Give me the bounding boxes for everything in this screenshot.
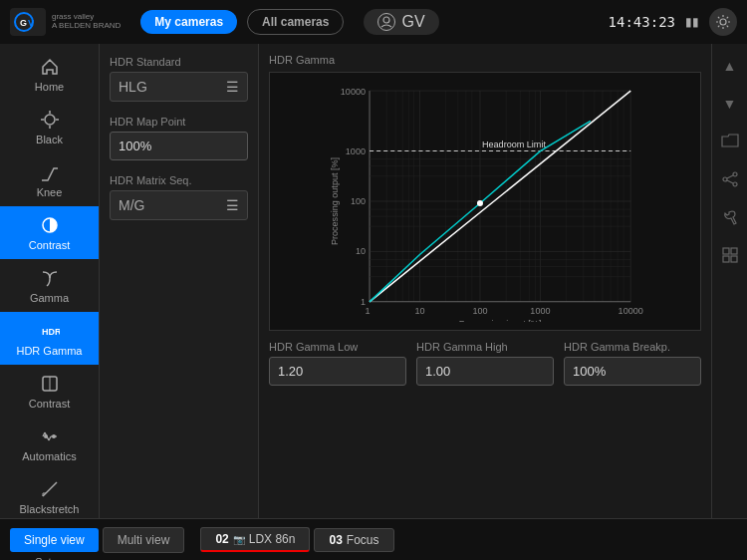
chart-title: HDR Gamma: [269, 54, 701, 66]
svg-text:10000: 10000: [341, 87, 366, 97]
hdr-gamma-low-value[interactable]: 1.20: [269, 357, 406, 386]
sidebar-label-blackstretch: Blackstretch: [20, 503, 80, 515]
svg-point-4: [720, 19, 726, 25]
brightness-icon: [39, 109, 61, 131]
camera-num-03: 03: [329, 533, 342, 547]
hdr-map-point-label: HDR Map Point: [110, 116, 248, 128]
user-icon: [377, 13, 395, 31]
sidebar-item-automatics[interactable]: Automatics: [0, 418, 99, 470]
right-panel: HDR Gamma: [259, 44, 711, 518]
all-cameras-tab[interactable]: All cameras: [247, 9, 344, 35]
home-icon: [39, 56, 61, 78]
sidebar-label-gamma: Gamma: [30, 292, 69, 304]
chart-section: HDR Gamma: [269, 54, 701, 331]
sidebar-label-home: Home: [35, 81, 64, 93]
hdr-gamma-low-field: HDR Gamma Low 1.20: [269, 341, 406, 386]
camera-tab-02[interactable]: 02 📷 LDX 86n: [200, 527, 310, 552]
arrow-up-icon[interactable]: ▲: [718, 54, 742, 78]
topbar-right: 14:43:23 ▮▮: [609, 8, 737, 36]
svg-point-88: [733, 182, 737, 186]
wrench-icon[interactable]: [718, 205, 742, 229]
sidebar-label-contrast: Contrast: [29, 239, 71, 251]
svg-text:1000: 1000: [346, 146, 366, 156]
svg-rect-94: [723, 256, 729, 262]
select-icon: ☰: [226, 79, 239, 95]
hdr-standard-select[interactable]: HLG ☰: [110, 72, 248, 102]
svg-text:10: 10: [414, 306, 424, 316]
arrow-down-icon[interactable]: ▼: [718, 92, 742, 116]
topbar: G V grass valley A BELDEN BRAND My camer…: [0, 0, 747, 44]
hdr-matrix-seq-field: HDR Matrix Seq. M/G ☰: [110, 174, 248, 220]
user-label: GV: [401, 13, 424, 31]
svg-point-3: [383, 17, 389, 23]
svg-point-74: [477, 200, 483, 206]
svg-text:10: 10: [356, 246, 366, 256]
contrast2-icon: [39, 373, 61, 395]
automatics-icon: [39, 425, 61, 447]
svg-point-5: [45, 115, 55, 125]
gamma-icon: [39, 267, 61, 289]
settings-button[interactable]: [709, 8, 737, 36]
blackstretch-icon: [39, 478, 61, 500]
hdr-gamma-high-value[interactable]: 1.00: [416, 357, 554, 386]
folder-icon[interactable]: [718, 130, 742, 153]
sidebar-item-black[interactable]: Black: [0, 101, 99, 153]
battery-icon: ▮▮: [685, 15, 699, 29]
logo-icon: G V: [10, 8, 46, 36]
contrast-icon: [39, 214, 61, 236]
time-display: 14:43:23: [609, 14, 675, 30]
svg-rect-95: [731, 256, 737, 262]
svg-line-90: [727, 175, 733, 178]
hdr-standard-field: HDR Standard HLG ☰: [110, 56, 248, 102]
bottom-bar: Single view Multi view 02 📷 LDX 86n 03 F…: [0, 518, 747, 560]
multi-view-button[interactable]: Multi view: [103, 527, 185, 553]
hdr-gamma-high-field: HDR Gamma High 1.00: [416, 341, 554, 386]
brand-text: grass valley A BELDEN BRAND: [52, 13, 121, 31]
svg-text:Processing output [%]: Processing output [%]: [330, 157, 340, 245]
hdr-gamma-chart: Headroom Limit 1: [278, 81, 692, 322]
sidebar-item-contrast2[interactable]: Contrast: [0, 365, 99, 418]
camera-name-02: LDX 86n: [249, 532, 296, 546]
hdr-gamma-breakp-value[interactable]: 100%: [564, 357, 701, 386]
sidebar: Home Black Knee Contrast Gamma: [0, 44, 100, 518]
grid-icon[interactable]: [718, 243, 742, 267]
svg-rect-92: [723, 248, 729, 254]
hdr-gamma-high-label: HDR Gamma High: [416, 341, 554, 353]
sidebar-label-hdr-gamma: HDR Gamma: [16, 345, 82, 357]
svg-text:1: 1: [366, 306, 371, 316]
hdr-icon: HDR: [39, 320, 61, 342]
camera-name-03: Focus: [347, 533, 379, 547]
svg-text:10000: 10000: [619, 306, 643, 316]
sidebar-item-hdr-gamma[interactable]: HDR HDR Gamma: [0, 312, 99, 365]
logo-area: G V grass valley A BELDEN BRAND: [10, 8, 121, 36]
svg-line-18: [49, 436, 51, 440]
sidebar-label-black: Black: [36, 134, 63, 145]
hdr-matrix-seq-label: HDR Matrix Seq.: [110, 174, 248, 186]
knee-icon: [39, 161, 61, 183]
sidebar-item-gamma[interactable]: Gamma: [0, 259, 99, 312]
hdr-map-point-value[interactable]: 100%: [110, 132, 248, 160]
sidebar-item-contrast[interactable]: Contrast: [0, 206, 99, 259]
hdr-standard-label: HDR Standard: [110, 56, 248, 68]
svg-point-87: [733, 172, 737, 176]
bottom-fields: HDR Gamma Low 1.20 HDR Gamma High 1.00 H…: [269, 341, 701, 386]
select-icon2: ☰: [226, 197, 239, 213]
hdr-gamma-breakp-label: HDR Gamma Breakp.: [564, 341, 701, 353]
share-icon[interactable]: [718, 167, 742, 191]
my-cameras-tab[interactable]: My cameras: [140, 10, 237, 34]
user-area[interactable]: GV: [364, 9, 438, 35]
camera-tab-03[interactable]: 03 Focus: [314, 528, 393, 552]
sidebar-item-knee[interactable]: Knee: [0, 153, 99, 206]
svg-text:Processing input [%]: Processing input [%]: [459, 319, 542, 322]
sidebar-item-blackstretch[interactable]: Blackstretch: [0, 470, 99, 523]
svg-text:1000: 1000: [530, 306, 550, 316]
single-view-button[interactable]: Single view: [10, 528, 99, 552]
hdr-gamma-breakp-field: HDR Gamma Breakp. 100%: [564, 341, 701, 386]
svg-rect-93: [731, 248, 737, 254]
svg-text:G: G: [20, 18, 27, 28]
sidebar-item-home[interactable]: Home: [0, 48, 99, 101]
hdr-matrix-seq-select[interactable]: M/G ☰: [110, 190, 248, 220]
chart-container: Headroom Limit 1: [269, 72, 701, 331]
sidebar-label-setup: Setup: [35, 556, 64, 560]
hdr-gamma-low-label: HDR Gamma Low: [269, 341, 406, 353]
